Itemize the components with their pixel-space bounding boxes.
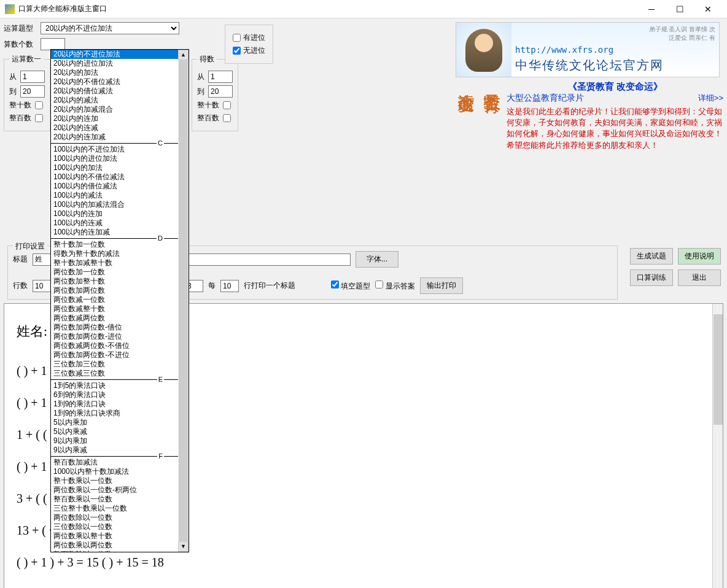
dropdown-item[interactable]: 三位数加三位数 xyxy=(51,360,189,369)
dropdown-item[interactable]: 20以内的借位减法 xyxy=(51,87,189,96)
no-carry-check[interactable] xyxy=(233,47,241,55)
promo: 改变命运 圣贤教育 《圣贤教育 改变命运》 大型公益教育纪录片详细>> 这是我们… xyxy=(456,81,723,151)
result-fieldset: 得数 从 到 整十数 整百数 xyxy=(192,54,238,131)
dropdown-item[interactable]: 20以内的进位加法 xyxy=(51,59,189,68)
dropdown-item[interactable]: 20以内的连减 xyxy=(51,123,189,133)
problem-count-input[interactable] xyxy=(41,38,65,50)
dropdown-item[interactable]: 两位数加两位数 xyxy=(51,286,189,295)
dropdown-item[interactable]: 20以内的加法 xyxy=(51,68,189,77)
dropdown-item[interactable]: 得数为整十数的减法 xyxy=(51,249,189,258)
problem-count-label: 算数个数 xyxy=(4,39,37,50)
dropdown-item[interactable]: 整十数加一位数 xyxy=(51,240,189,249)
dropdown-item[interactable]: 1到5的乘法口诀 xyxy=(51,381,189,390)
from-label: 从 xyxy=(9,72,17,82)
dropdown-item[interactable]: 两位数加一位数 xyxy=(51,268,189,277)
dropdown-item[interactable]: 100以内的减法 xyxy=(51,191,189,200)
dropdown-item[interactable]: 100以内的连加 xyxy=(51,209,189,219)
close-button[interactable]: ✕ xyxy=(694,0,722,18)
dropdown-item[interactable]: 两位数加两位数-进位 xyxy=(51,332,189,341)
problem-type-label: 运算题型 xyxy=(4,23,37,34)
res-tens-check[interactable] xyxy=(223,101,231,109)
dropdown-item[interactable]: 20以内的加减混合 xyxy=(51,105,189,114)
op1-to-input[interactable] xyxy=(20,85,45,98)
res-from-input[interactable] xyxy=(208,71,233,83)
op1-from-input[interactable] xyxy=(20,71,45,83)
to-label: 到 xyxy=(9,87,17,97)
tens-label: 整十数 xyxy=(9,100,31,110)
op1-hundreds-check[interactable] xyxy=(35,114,43,122)
training-button[interactable]: 口算训练 xyxy=(630,269,673,286)
carry-box: 有进位 无进位 xyxy=(225,25,273,64)
title-input[interactable] xyxy=(33,253,51,266)
dropdown-item[interactable]: 20以内的减法 xyxy=(51,96,189,105)
exit-button[interactable]: 退出 xyxy=(678,269,721,286)
fill-blank-check[interactable] xyxy=(331,280,339,288)
dropdown-item[interactable]: 整百数除以一位数 xyxy=(51,550,189,552)
banner-url[interactable]: http://www.xfrs.org xyxy=(515,45,715,55)
dropdown-item[interactable]: 两位数加整十数 xyxy=(51,277,189,286)
dropdown-item[interactable]: 整十数乘以一位数 xyxy=(51,476,189,485)
banner: 弟子规 圣人训 首孝悌 次 泛爱众 而亲仁 有 http://www.xfrs.… xyxy=(456,22,720,77)
generate-button[interactable]: 生成试题 xyxy=(630,248,673,265)
dropdown-item[interactable]: 两位数加两位数-借位 xyxy=(51,323,189,332)
dropdown-item[interactable]: 两位数减整十数 xyxy=(51,304,189,314)
dropdown-item[interactable]: 两位数减两位数-不借位 xyxy=(51,341,189,350)
dropdown-item[interactable]: 100以内的进位加法 xyxy=(51,154,189,163)
sage-image xyxy=(456,23,511,77)
dropdown-item[interactable]: 100以内的连减 xyxy=(51,219,189,228)
dropdown-item[interactable]: 6到9的乘法口诀 xyxy=(51,390,189,400)
result-legend: 得数 xyxy=(197,54,217,64)
dropdown-item[interactable]: 100以内的借位减法 xyxy=(51,182,189,191)
minimize-button[interactable]: ─ xyxy=(637,0,666,18)
dropdown-item[interactable]: 100以内的加法 xyxy=(51,163,189,172)
show-answer-check[interactable] xyxy=(375,280,383,288)
instructions-button[interactable]: 使用说明 xyxy=(678,248,721,265)
dropdown-item[interactable]: 两位数乘以两位数 xyxy=(51,541,189,550)
dropdown-item[interactable]: 100以内的连加减 xyxy=(51,228,189,237)
dropdown-item[interactable]: 整百数乘以一位数 xyxy=(51,495,189,504)
vertical-scrollbar[interactable] xyxy=(712,304,723,588)
has-carry-check[interactable] xyxy=(233,34,241,42)
problem-type-select[interactable]: 20以内的不进位加法 xyxy=(41,22,179,34)
dropdown-item[interactable]: 20以内的不借位减法 xyxy=(51,77,189,87)
dropdown-item[interactable]: 三位数减三位数 xyxy=(51,369,189,378)
preview-line: ( ) + 1 ) + 4 = 6 5 + ( ) = 18 xyxy=(17,578,710,588)
dropdown-item[interactable]: 100以内的不进位加法 xyxy=(51,145,189,154)
font-button[interactable]: 字体... xyxy=(356,251,398,268)
dropdown-item[interactable]: 两位数除以一位数 xyxy=(51,513,189,522)
every-input[interactable] xyxy=(220,280,239,292)
app-icon xyxy=(5,4,15,14)
dropdown-item[interactable]: 20以内的不进位加法 xyxy=(51,50,189,59)
res-to-input[interactable] xyxy=(208,85,233,98)
dropdown-item[interactable]: 100以内的加减法混合 xyxy=(51,200,189,209)
type-dropdown-list[interactable]: 20以内的不进位加法20以内的进位加法20以内的加法20以内的不借位减法20以内… xyxy=(50,49,189,552)
detail-link[interactable]: 详细>> xyxy=(698,93,723,104)
window-title: 口算大师全能标准版主窗口 xyxy=(18,4,637,14)
dropdown-item[interactable]: 两位数减一位数 xyxy=(51,295,189,304)
dropdown-item[interactable]: 5以内乘减 xyxy=(51,427,189,436)
output-print-button[interactable]: 输出打印 xyxy=(420,277,463,294)
dropdown-item[interactable]: 9以内乘减 xyxy=(51,446,189,455)
maximize-button[interactable]: ☐ xyxy=(666,0,694,18)
dropdown-item[interactable]: 三位整十数乘以一位数 xyxy=(51,504,189,513)
dropdown-item[interactable]: 三位数除以一位数 xyxy=(51,522,189,532)
dropdown-item[interactable]: 20以内的连加 xyxy=(51,114,189,123)
dropdown-item[interactable]: 20以内的连加减 xyxy=(51,133,189,142)
res-hundreds-check[interactable] xyxy=(223,114,231,122)
dropdown-item[interactable]: 整十数加减整十数 xyxy=(51,258,189,268)
dropdown-item[interactable]: 1到9的乘法口诀求商 xyxy=(51,409,189,418)
dropdown-item[interactable]: 整百数加减法 xyxy=(51,458,189,467)
dropdown-scrollbar[interactable]: ▲ ▼ xyxy=(178,50,189,552)
dropdown-item[interactable]: 两位数乘以整十数 xyxy=(51,532,189,541)
dropdown-item[interactable]: 100以内的不借位减法 xyxy=(51,172,189,182)
dropdown-item[interactable]: 1到9的乘法口诀 xyxy=(51,400,189,409)
dropdown-item[interactable]: 两位数乘以一位数-积两位 xyxy=(51,485,189,495)
dropdown-item[interactable]: 两位数加两位数-不进位 xyxy=(51,350,189,360)
dropdown-item[interactable]: 两位数减两位数 xyxy=(51,314,189,323)
operand1-legend: 运算数一 xyxy=(9,54,44,64)
dropdown-item[interactable]: 9以内乘加 xyxy=(51,436,189,446)
titlebar: 口算大师全能标准版主窗口 ─ ☐ ✕ xyxy=(0,0,727,18)
op1-tens-check[interactable] xyxy=(35,101,43,109)
dropdown-item[interactable]: 1000以内整十数加减法 xyxy=(51,467,189,476)
dropdown-item[interactable]: 5以内乘加 xyxy=(51,418,189,427)
